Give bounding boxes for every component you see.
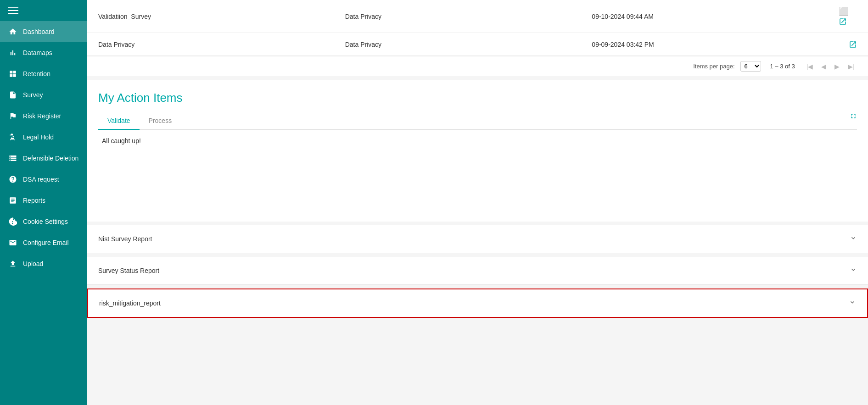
tab-validate[interactable]: Validate — [98, 112, 140, 130]
nist-survey-report-row[interactable]: Nist Survey Report — [87, 225, 868, 253]
sidebar-item-dsa-request[interactable]: DSA request — [0, 169, 87, 190]
sidebar-item-dashboard[interactable]: Dashboard — [0, 21, 87, 42]
survey-status-report-label: Survey Status Report — [98, 267, 159, 274]
expand-icon[interactable] — [850, 112, 857, 122]
circle-dots-icon — [8, 175, 17, 184]
sidebar-label-survey: Survey — [23, 91, 43, 99]
next-page-button[interactable]: ▶ — [832, 62, 842, 71]
home-icon — [8, 27, 17, 36]
cookie-icon — [8, 217, 17, 226]
table-row: Data Privacy Data Privacy 09-09-2024 03:… — [87, 33, 868, 56]
sidebar-item-cookie-settings[interactable]: Cookie Settings — [0, 211, 87, 232]
sidebar: Dashboard Datamaps Retention Survey Risk… — [0, 0, 87, 405]
sidebar-label-datamaps: Datamaps — [23, 49, 52, 56]
sidebar-label-retention: Retention — [23, 70, 50, 78]
survey-date: 09-10-2024 09:44 AM — [592, 13, 839, 20]
doc-icon — [8, 90, 17, 100]
main-content: Validatiion_Survey Data Privacy 09-10-20… — [87, 0, 868, 405]
survey-name: Data Privacy — [98, 41, 345, 48]
flag-icon — [8, 111, 17, 121]
sidebar-item-legal-hold[interactable]: Legal Hold — [0, 127, 87, 148]
external-link-icon[interactable]: ⬜ — [839, 6, 857, 26]
sidebar-label-dsa-request: DSA request — [23, 176, 59, 183]
table-row: Validatiion_Survey Data Privacy 09-10-20… — [87, 0, 868, 33]
survey-category: Data Privacy — [345, 13, 592, 20]
surveys-section: Validatiion_Survey Data Privacy 09-10-20… — [87, 0, 868, 76]
chevron-down-icon — [849, 299, 856, 308]
risk-mitigation-report-row[interactable]: risk_mitigation_report — [87, 288, 868, 318]
external-link-icon[interactable] — [849, 39, 857, 49]
action-items-section: My Action Items Validate Process All cau… — [87, 80, 868, 222]
action-items-title: My Action Items — [98, 91, 857, 105]
upload-icon — [8, 259, 17, 268]
sidebar-item-retention[interactable]: Retention — [0, 63, 87, 84]
sidebar-item-configure-email[interactable]: Configure Email — [0, 232, 87, 253]
items-per-page-label: Items per page: — [693, 63, 734, 70]
sidebar-item-risk-register[interactable]: Risk Register — [0, 105, 87, 127]
chevron-down-icon — [850, 234, 857, 244]
survey-name: Validatiion_Survey — [98, 13, 345, 20]
tabs-row: Validate Process — [98, 112, 857, 130]
sidebar-label-defensible-deletion: Defensible Deletion — [23, 155, 78, 162]
chart-icon — [8, 48, 17, 57]
first-page-button[interactable]: |◀ — [804, 62, 816, 71]
risk-mitigation-report-section: risk_mitigation_report — [87, 288, 868, 318]
report-icon — [8, 196, 17, 205]
survey-status-report-section: Survey Status Report — [87, 257, 868, 285]
survey-action[interactable] — [839, 39, 857, 49]
items-per-page-select[interactable]: 6 10 25 — [740, 61, 761, 72]
sidebar-header — [0, 0, 87, 21]
nist-survey-report-section: Nist Survey Report — [87, 225, 868, 253]
sidebar-label-cookie-settings: Cookie Settings — [23, 218, 68, 225]
sidebar-item-datamaps[interactable]: Datamaps — [0, 42, 87, 63]
sidebar-label-configure-email: Configure Email — [23, 239, 69, 246]
survey-date: 09-09-2024 03:42 PM — [592, 41, 839, 48]
sidebar-label-legal-hold: Legal Hold — [23, 133, 54, 141]
sidebar-label-upload: Upload — [23, 260, 43, 267]
hamburger-menu[interactable] — [8, 7, 18, 14]
action-items-body: All caught up! — [98, 130, 857, 222]
pagination-range: 1 – 3 of 3 — [770, 63, 795, 70]
tab-process[interactable]: Process — [140, 112, 181, 130]
sidebar-item-reports[interactable]: Reports — [0, 190, 87, 211]
sidebar-item-survey[interactable]: Survey — [0, 84, 87, 105]
survey-action[interactable]: ⬜ — [839, 6, 857, 26]
email-icon — [8, 238, 17, 247]
prev-page-button[interactable]: ◀ — [819, 62, 829, 71]
grid-icon — [8, 69, 17, 78]
nist-survey-report-label: Nist Survey Report — [98, 235, 152, 243]
chevron-down-icon — [850, 266, 857, 275]
last-page-button[interactable]: ▶| — [846, 62, 857, 71]
scale-icon — [8, 133, 17, 142]
survey-status-report-row[interactable]: Survey Status Report — [87, 257, 868, 285]
sidebar-label-risk-register: Risk Register — [23, 112, 61, 120]
storage-icon — [8, 154, 17, 163]
sidebar-item-defensible-deletion[interactable]: Defensible Deletion — [0, 148, 87, 169]
sidebar-label-reports: Reports — [23, 197, 45, 204]
caught-up-message: All caught up! — [98, 130, 857, 152]
sidebar-label-dashboard: Dashboard — [23, 28, 55, 35]
pagination-bar: Items per page: 6 10 25 1 – 3 of 3 |◀ ◀ … — [87, 56, 868, 76]
risk-mitigation-report-label: risk_mitigation_report — [99, 300, 161, 307]
sidebar-item-upload[interactable]: Upload — [0, 253, 87, 274]
survey-category: Data Privacy — [345, 41, 592, 48]
